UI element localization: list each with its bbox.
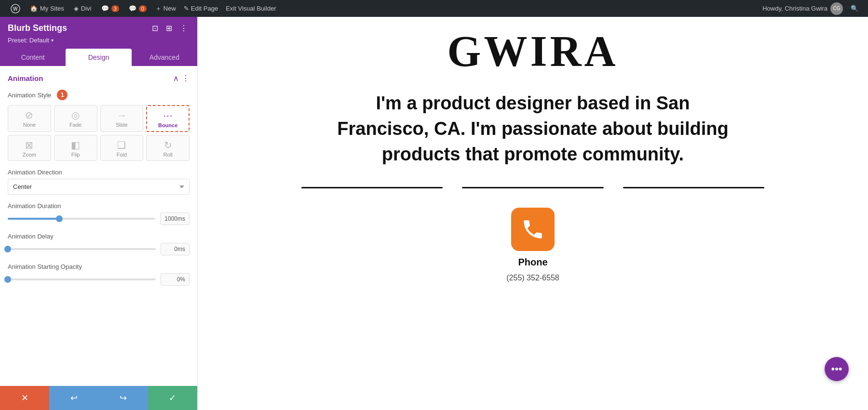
flip-icon: ◧ — [71, 140, 80, 150]
divider-1 — [301, 187, 443, 188]
animation-direction-select[interactable]: Center Top Bottom Left Right — [8, 179, 190, 195]
animation-opacity-label: Animation Starting Opacity — [8, 263, 190, 270]
settings-panel: Blurb Settings ⊡ ⊞ ⋮ Preset: Default ▾ C… — [0, 17, 198, 410]
anim-option-roll[interactable]: ↻ Roll — [146, 135, 190, 161]
divi-item[interactable]: ◈ Divi — [69, 0, 96, 17]
wp-admin-bar: W 🏠 My Sites ◈ Divi 💬 3 💬 0 ＋ New ✎ Edit… — [0, 0, 868, 17]
divider-2 — [462, 187, 603, 188]
phone-icon — [521, 217, 545, 241]
window-icon[interactable]: ⊡ — [150, 23, 160, 34]
animation-delay-track — [8, 248, 156, 250]
floating-action-button[interactable]: ••• — [825, 357, 849, 381]
divi-icon: ◈ — [74, 5, 79, 12]
animation-duration-track — [8, 218, 155, 220]
roll-icon: ↻ — [164, 140, 172, 150]
cancel-button[interactable]: ✕ — [0, 386, 49, 410]
animation-delay-group: Animation Delay 0ms — [8, 233, 190, 255]
animation-style-label-row: Animation Style 1 — [8, 90, 190, 100]
animation-section-title: Animation — [8, 74, 43, 82]
divider-3 — [623, 187, 764, 188]
tab-design[interactable]: Design — [66, 49, 131, 66]
animation-style-grid: ⊘ None ◎ Fade → Slide ⋯ Bounce ⊠ Zoom — [8, 105, 190, 161]
exit-visual-builder-button[interactable]: Exit Visual Builder — [222, 0, 280, 17]
phone-icon-box — [511, 208, 555, 251]
save-button[interactable]: ✓ — [148, 386, 197, 410]
animation-opacity-group: Animation Starting Opacity 0% — [8, 263, 190, 286]
comment-bubble-item[interactable]: 💬 0 — [124, 0, 151, 17]
anim-option-slide[interactable]: → Slide — [100, 105, 144, 132]
animation-duration-thumb[interactable] — [56, 215, 63, 222]
animation-style-label: Animation Style — [8, 92, 51, 99]
my-sites-item[interactable]: 🏠 My Sites — [25, 0, 69, 17]
blurb-section: Phone (255) 352-6558 — [506, 208, 559, 282]
plus-icon: ＋ — [155, 4, 162, 13]
comment-count-badge: 3 — [111, 5, 119, 12]
animation-delay-thumb[interactable] — [4, 246, 11, 252]
animation-duration-label: Animation Duration — [8, 202, 190, 210]
anim-option-fold[interactable]: ❏ Fold — [100, 135, 144, 161]
dividers-row — [301, 187, 764, 188]
animation-duration-fill — [8, 218, 59, 220]
comments-item[interactable]: 💬 3 — [96, 0, 124, 17]
new-button[interactable]: ＋ New — [151, 0, 180, 17]
search-icon[interactable]: 🔍 — [847, 5, 862, 12]
fade-icon: ◎ — [71, 110, 80, 120]
animation-opacity-value[interactable]: 0% — [161, 273, 190, 286]
blurb-title: Phone — [518, 257, 547, 268]
anim-option-flip[interactable]: ◧ Flip — [54, 135, 97, 161]
preset-selector[interactable]: Preset: Default ▾ — [8, 37, 190, 44]
animation-delay-label: Animation Delay — [8, 233, 190, 240]
panel-title: Blurb Settings — [8, 23, 67, 33]
bounce-icon: ⋯ — [163, 111, 173, 120]
panel-tabs: Content Design Advanced — [0, 49, 197, 66]
tab-content[interactable]: Content — [0, 49, 66, 66]
anim-option-fade[interactable]: ◎ Fade — [54, 105, 97, 132]
page-content-area: GWIRA I'm a product designer based in Sa… — [198, 17, 868, 410]
expand-icon[interactable]: ⊞ — [164, 23, 174, 34]
bottom-action-bar: ✕ ↩ ↪ ✓ — [0, 386, 197, 410]
blurb-phone: (255) 352-6558 — [506, 274, 559, 282]
animation-direction-label: Animation Direction — [8, 169, 190, 176]
animation-duration-group: Animation Duration 1000ms — [8, 202, 190, 225]
user-account-area[interactable]: Howdy, Christina Gwira CG — [762, 2, 843, 15]
panel-header: Blurb Settings ⊡ ⊞ ⋮ Preset: Default ▾ — [0, 17, 197, 49]
animation-opacity-thumb[interactable] — [4, 276, 11, 283]
chevron-down-icon: ▾ — [51, 38, 54, 43]
animation-section-header: Animation ∧ ⋮ — [8, 74, 190, 83]
bubble-icon: 💬 — [129, 5, 136, 12]
more-icon[interactable]: ⋮ — [178, 23, 190, 34]
anim-option-zoom[interactable]: ⊠ Zoom — [8, 135, 51, 161]
tab-advanced[interactable]: Advanced — [132, 49, 197, 66]
comment-icon: 💬 — [101, 5, 109, 12]
animation-duration-value[interactable]: 1000ms — [160, 212, 190, 225]
none-icon: ⊘ — [25, 110, 33, 120]
zoom-icon: ⊠ — [25, 140, 33, 150]
animation-badge: 1 — [57, 90, 68, 100]
edit-page-button[interactable]: ✎ Edit Page — [180, 0, 222, 17]
wp-logo-item[interactable]: W — [6, 0, 25, 17]
fold-icon: ❏ — [117, 140, 126, 150]
avatar: CG — [830, 2, 843, 15]
undo-button[interactable]: ↩ — [49, 386, 98, 410]
comment-bubble-count: 0 — [139, 5, 147, 12]
page-title: GWIRA — [447, 26, 618, 76]
redo-button[interactable]: ↪ — [99, 386, 148, 410]
section-more-icon[interactable]: ⋮ — [182, 74, 190, 83]
home-icon: 🏠 — [30, 5, 38, 12]
anim-option-bounce[interactable]: ⋯ Bounce — [146, 105, 190, 132]
hero-text: I'm a product designer based in San Fran… — [335, 91, 731, 168]
animation-delay-value[interactable]: 0ms — [161, 243, 190, 255]
anim-option-none[interactable]: ⊘ None — [8, 105, 51, 132]
slide-icon: → — [117, 110, 126, 120]
panel-content: Animation ∧ ⋮ Animation Style 1 ⊘ None — [0, 66, 197, 386]
animation-opacity-track — [8, 278, 156, 280]
collapse-icon[interactable]: ∧ — [173, 74, 179, 83]
pencil-icon: ✎ — [184, 5, 189, 12]
svg-text:W: W — [13, 6, 18, 12]
animation-direction-group: Animation Direction Center Top Bottom Le… — [8, 169, 190, 195]
